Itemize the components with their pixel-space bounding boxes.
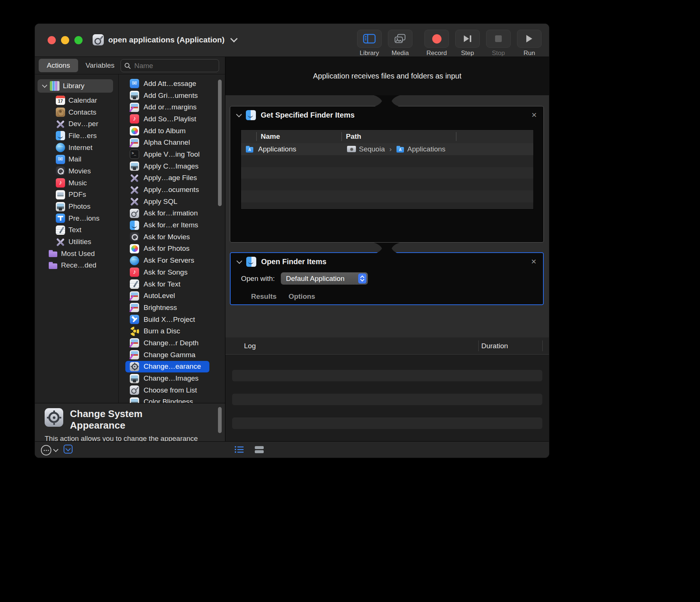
sidebar-category-item[interactable]: Movies [35,165,118,177]
action-label: Ask For Servers [144,256,194,265]
window-title: open applications (Application) [108,35,225,44]
sidebar-folder-item[interactable]: Rece…ded [35,260,118,272]
library-toggle-button[interactable]: Library [357,30,382,57]
sidebar-category-item[interactable]: Mail [35,153,118,165]
table-row[interactable]: Applications Sequoia › Applications [241,143,533,155]
action-label: Add So…Playlist [144,115,196,123]
title-chevron-down-icon[interactable] [230,35,238,42]
action-list-item[interactable]: Ask for Text [119,278,225,290]
action-list-item[interactable]: Add or…margins [119,101,225,113]
results-link[interactable]: Results [251,292,277,301]
chevron-down-icon[interactable] [42,83,47,88]
description-toggle-icon[interactable] [64,445,73,454]
pdf-icon [56,190,65,199]
collapse-chevron-icon[interactable] [236,111,242,117]
close-window-button[interactable] [48,36,56,44]
action-list-item[interactable]: Brightness [119,302,225,314]
action-list-item[interactable]: Ask for…irmation [119,208,225,220]
tools-icon [130,173,139,183]
search-input[interactable] [134,61,215,70]
zoom-window-button[interactable] [74,36,83,44]
media-button[interactable]: Media [388,30,412,57]
log-column-header[interactable]: Log [244,337,256,354]
action-list-item[interactable]: Apply…age Files [119,172,225,184]
action-list-item[interactable]: Apple V…ing Tool [119,148,225,160]
action-list-item[interactable]: Change…Images [119,372,225,384]
sidebar-item-library[interactable]: Library [38,79,113,93]
sidebar-category-item[interactable]: Utilities [35,236,118,248]
actions-scrollbar[interactable] [218,80,222,206]
tab-variables[interactable]: Variables [86,61,115,70]
action-list-item[interactable]: Add Att…essage [119,78,225,90]
image-grey-icon [130,91,139,100]
sidebar-category-item[interactable]: Dev…per [35,118,118,130]
search-field[interactable] [121,59,219,72]
sidebar-folder-item[interactable]: Most Used [35,248,118,260]
column-header-name[interactable]: Name [261,132,280,141]
sidebar-category-item[interactable]: Pre…ions [35,212,118,224]
sidebar-category-item[interactable]: Calendar [35,95,118,106]
mail-icon [130,79,139,88]
open-with-popup[interactable]: Default Application [281,272,368,285]
collapse-chevron-icon[interactable] [237,258,243,264]
action-list-item[interactable]: Ask for…er Items [119,219,225,231]
log-view-stack-icon[interactable] [254,445,264,454]
action-label: Apple V…ing Tool [144,150,200,158]
duration-column-header[interactable]: Duration [481,337,508,354]
action-list-item[interactable]: Ask for Movies [119,231,225,243]
sidebar-category-item[interactable]: Text [35,224,118,236]
log-view-list-icon[interactable] [234,445,244,454]
action-list-item[interactable]: Add Gri…uments [119,90,225,102]
log-header: Log Duration [225,337,549,355]
action-list-item[interactable]: Color Blindness [119,396,225,403]
action-list-item[interactable]: Apply…ocuments [119,184,225,196]
action-list-item[interactable]: Build X…Project [119,314,225,326]
sidebar-category-item[interactable]: Contacts [35,106,118,118]
item-path: Sequoia › Applications [347,145,446,153]
table-row[interactable] [241,179,533,190]
action-list-item[interactable]: Ask for Songs [119,266,225,278]
table-row[interactable] [241,167,533,179]
column-divider[interactable] [542,340,543,351]
action-list-item[interactable]: Change…r Depth [119,337,225,349]
action-list-item[interactable]: Ask For Servers [119,254,225,266]
action-card-get-specified-finder-items[interactable]: Get Specified Finder Items × Name Path A… [230,106,544,243]
action-list-item[interactable]: Choose from List [119,384,225,396]
action-list-item[interactable]: Ask for Photos [119,243,225,255]
tab-actions[interactable]: Actions [39,59,78,72]
remove-action-button[interactable]: × [532,111,537,119]
action-list-item[interactable]: Change…earance [125,361,209,373]
action-list-item[interactable]: AutoLevel [119,290,225,302]
record-button[interactable]: Record [424,30,449,57]
remove-action-button[interactable]: × [531,257,536,266]
action-list-item[interactable]: Apply SQL [119,196,225,208]
action-list-item[interactable]: Add to Album [119,125,225,137]
sidebar-category-item[interactable]: File…ers [35,130,118,142]
category-label: Pre…ions [68,214,99,222]
folder-label: Most Used [61,250,95,258]
action-list-item[interactable]: Add So…Playlist [119,113,225,125]
sidebar-category-item[interactable]: PDFs [35,189,118,201]
action-card-open-finder-items[interactable]: Open Finder Items × Open with: Default A… [230,252,544,305]
minimize-window-button[interactable] [61,36,69,44]
column-header-path[interactable]: Path [346,132,361,141]
more-options-icon[interactable] [41,445,51,455]
action-list-item[interactable]: Change Gamma [119,349,225,361]
action-list-item[interactable]: Apply C…Images [119,160,225,172]
column-divider[interactable] [478,340,479,351]
action-list-item[interactable]: Alpha Channel [119,137,225,148]
table-row[interactable] [241,155,533,167]
action-list-item[interactable]: Burn a Disc [119,325,225,337]
description-scrollbar[interactable] [218,407,222,433]
sidebar-category-item[interactable]: Music [35,177,118,189]
table-row[interactable] [241,190,533,202]
sidebar-category-item[interactable]: Photos [35,201,118,212]
run-button[interactable]: Run [517,30,542,57]
sidebar-category-item[interactable]: Internet [35,142,118,154]
chevron-down-icon[interactable] [53,447,58,452]
options-link[interactable]: Options [289,292,315,301]
step-button[interactable]: Step [455,30,480,57]
finder-items-table[interactable]: Name Path Applications Sequoia › Applica… [241,129,534,209]
stop-button[interactable]: Stop [486,30,511,57]
globe-icon [130,256,139,265]
